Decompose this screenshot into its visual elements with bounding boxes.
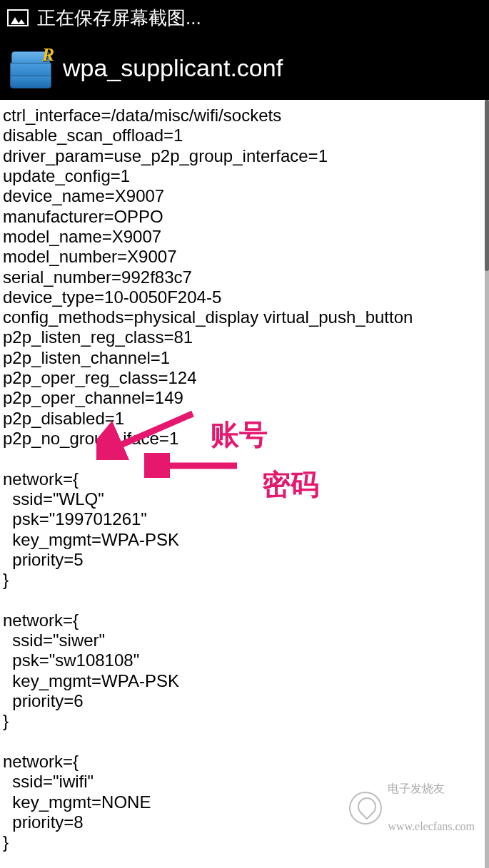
file-text: ctrl_interface=/data/misc/wifi/sockets d…	[3, 106, 413, 868]
arrow-account-icon	[96, 407, 200, 460]
watermark-text: 电子发烧友 www.elecfans.com	[388, 757, 475, 858]
scrollbar-thumb[interactable]	[485, 100, 489, 271]
status-saving-text: 正在保存屏幕截图...	[37, 6, 201, 31]
watermark-icon	[349, 792, 382, 824]
app-icon-badge: R	[42, 44, 54, 66]
arrow-password-icon	[144, 453, 244, 478]
annotation-password: 密码	[243, 448, 319, 522]
watermark-line2: www.elecfans.com	[388, 820, 475, 833]
gallery-icon	[7, 9, 29, 26]
annotation-account-label: 账号	[211, 419, 268, 450]
app-icon[interactable]: R	[10, 47, 51, 88]
app-title: wpa_supplicant.conf	[63, 54, 283, 82]
app-bar: R wpa_supplicant.conf	[0, 36, 489, 100]
file-content-area[interactable]: ctrl_interface=/data/misc/wifi/sockets d…	[0, 100, 489, 868]
status-bar: 正在保存屏幕截图...	[0, 0, 489, 36]
annotation-password-label: 密码	[262, 469, 319, 500]
watermark: 电子发烧友 www.elecfans.com	[349, 757, 475, 858]
svg-line-1	[111, 414, 193, 449]
watermark-line1: 电子发烧友	[388, 782, 475, 795]
